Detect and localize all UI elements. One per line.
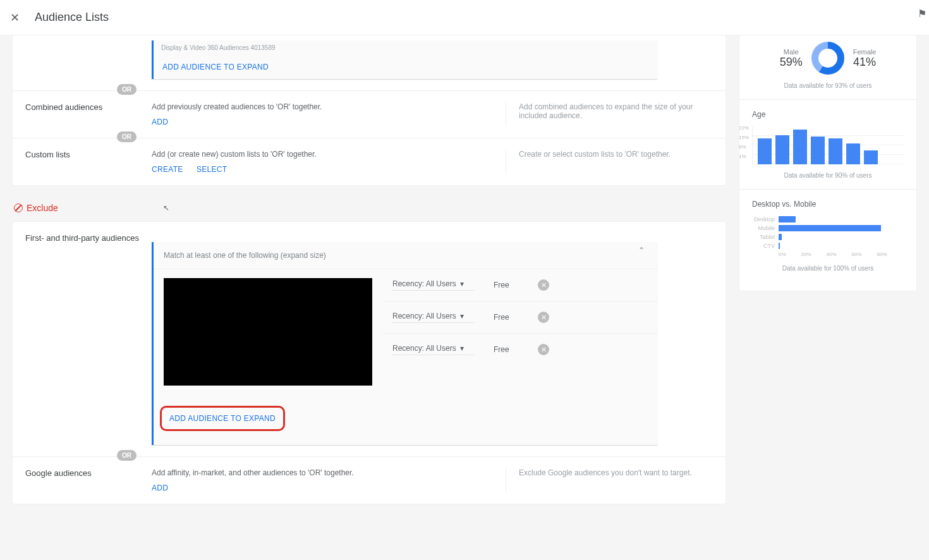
row-help: Exclude Google audiences you don't want … [506,468,726,492]
female-value: 41% [853,56,877,69]
exclude-label: Exclude [27,203,58,213]
availability-text: Data available for 90% of users [752,172,904,179]
row-desc: Add previously created audiences to 'OR'… [152,102,506,111]
male-value: 59% [780,56,803,69]
combined-audiences-row: Combined audiences Add previously create… [13,90,726,138]
cursor-icon: ↖ [163,204,169,212]
row-help: Create or select custom lists to 'OR' to… [506,150,726,174]
feedback-icon[interactable]: ⚑ [918,8,926,20]
recency-select[interactable]: Recency: All Users▾ [392,312,475,323]
gender-donut [811,42,844,75]
row-desc: Add (or create new) custom lists to 'OR'… [152,150,506,159]
close-icon[interactable]: ✕ [10,11,20,25]
device-section: Desktop vs. Mobile DesktopMobileTabletCT… [739,189,916,282]
exclude-header: Exclude ↖ [14,203,726,213]
remove-icon[interactable]: ✕ [538,279,549,291]
female-label: Female [853,48,877,56]
device-bar-chart: DesktopMobileTabletCTV [752,216,904,249]
insights-sidebar: Male 59% Female 41% Data available for 9… [739,35,916,291]
cost-label: Free [494,345,519,354]
cost-label: Free [494,281,519,289]
select-button[interactable]: SELECT [197,165,227,174]
chevron-down-icon: ▾ [460,344,464,353]
section-title: Age [752,110,904,119]
chevron-down-icon: ▾ [460,279,464,288]
section-title: Desktop vs. Mobile [752,200,904,209]
audience-row: Recency: All Users▾ Free ✕ [382,301,657,333]
chevron-down-icon: ▾ [460,312,464,320]
recency-select[interactable]: Recency: All Users▾ [392,279,475,291]
custom-lists-row: Custom lists Add (or create new) custom … [13,138,726,185]
add-button[interactable]: ADD [152,118,168,126]
chevron-up-icon[interactable]: ⌃ [638,246,645,255]
age-bar-chart: 22%15%8%1% [752,126,904,164]
header: ✕ Audience Lists ⚑ [0,0,929,35]
redacted-block [164,278,372,386]
remove-icon[interactable]: ✕ [538,312,549,323]
include-panel: Display & Video 360 Audiences 4013589 AD… [13,35,726,185]
row-label: Custom lists [13,150,152,174]
recency-select[interactable]: Recency: All Users▾ [392,344,475,355]
row-desc: Add affinity, in-market, and other audie… [152,468,506,477]
row-label: Combined audiences [13,102,152,126]
exclude-icon [14,204,23,212]
audience-row: Recency: All Users▾ Free ✕ [382,269,657,301]
exclude-card: Match at least one of the following (exp… [152,242,657,445]
availability-text: Data available for 93% of users [752,82,904,89]
male-label: Male [780,48,803,56]
row-label: Google audiences [13,468,152,492]
availability-text: Data available for 100% of users [752,265,904,272]
cost-label: Free [494,313,519,322]
row-label: First- and third-party audiences [13,233,152,445]
exclude-panel: First- and third-party audiences ⌃ Match… [13,222,726,504]
card-match-text: Match at least one of the following (exp… [154,242,657,269]
row-help: Add combined audiences to expand the siz… [506,102,726,126]
google-audiences-row: Google audiences Add affinity, in-market… [13,456,726,504]
gender-section: Male 59% Female 41% Data available for 9… [739,35,916,99]
remove-icon[interactable]: ✕ [538,344,549,355]
add-audience-expand-highlighted[interactable]: ADD AUDIENCE TO EXPAND [160,406,285,431]
add-button[interactable]: ADD [152,484,168,492]
audience-row: Recency: All Users▾ Free ✕ [382,333,657,365]
page-title: Audience Lists [35,11,109,24]
age-section: Age 22%15%8%1% Data available for 90% of… [739,99,916,189]
card-subtext: Display & Video 360 Audiences 4013589 [154,40,657,55]
audience-card: Display & Video 360 Audiences 4013589 AD… [152,40,657,79]
add-audience-button[interactable]: ADD AUDIENCE TO EXPAND [162,63,269,71]
create-button[interactable]: CREATE [152,165,183,174]
